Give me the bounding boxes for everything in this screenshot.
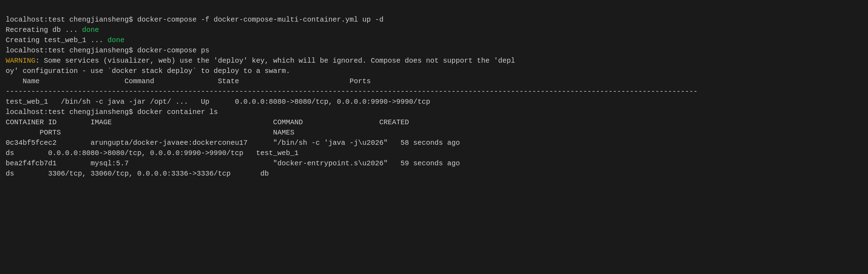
terminal-text: localhost:test chengjiansheng$ docker-co… [6,46,209,55]
terminal-text: ds 3306/tcp, 33060/tcp, 0.0.0.0:3336->33… [6,170,269,178]
terminal-text: done [108,36,125,44]
terminal-line: CONTAINER ID IMAGE COMMAND CREATED [6,117,862,127]
terminal-text: PORTS NAMES [6,129,294,137]
terminal-line: Name Command State Ports [6,76,862,86]
terminal-text: WARNING [6,57,35,65]
terminal-line: 0c34bf5fcec2 arungupta/docker-javaee:doc… [6,138,862,148]
terminal-line: localhost:test chengjiansheng$ docker-co… [6,45,862,56]
terminal-line: ds 0.0.0.0:8080->8080/tcp, 0.0.0.0:9990-… [6,148,862,158]
terminal-line: oy' configuration - use `docker stack de… [6,66,862,76]
terminal-line: Recreating db ... done [6,25,862,35]
terminal-line: ----------------------------------------… [6,86,862,97]
terminal-text: 0c34bf5fcec2 arungupta/docker-javaee:doc… [6,139,460,147]
terminal-text: test_web_1 /bin/sh -c java -jar /opt/ ..… [6,98,430,106]
terminal-text: Name Command State Ports [6,77,371,85]
terminal-text: Recreating db ... [6,26,82,34]
terminal-text: ----------------------------------------… [6,87,698,96]
terminal-line: test_web_1 /bin/sh -c java -jar /opt/ ..… [6,97,862,107]
terminal-line: localhost:test chengjiansheng$ docker-co… [6,15,862,25]
terminal-line: Creating test_web_1 ... done [6,35,862,45]
terminal-line: localhost:test chengjiansheng$ docker co… [6,107,862,117]
terminal-text: localhost:test chengjiansheng$ docker co… [6,108,218,116]
terminal-line: PORTS NAMES [6,127,862,138]
terminal-text: ds 0.0.0.0:8080->8080/tcp, 0.0.0.0:9990-… [6,149,299,157]
terminal-window: localhost:test chengjiansheng$ docker-co… [6,4,862,179]
terminal-text: CONTAINER ID IMAGE COMMAND CREATED [6,118,409,126]
terminal-text: Creating test_web_1 ... [6,36,108,44]
terminal-line: WARNING: Some services (visualizer, web)… [6,56,862,66]
terminal-line: bea2f4fcb7d1 mysql:5.7 "docker-entrypoin… [6,158,862,169]
terminal-text: : Some services (visualizer, web) use th… [35,57,515,65]
terminal-text: bea2f4fcb7d1 mysql:5.7 "docker-entrypoin… [6,159,460,167]
terminal-line: ds 3306/tcp, 33060/tcp, 0.0.0.0:3336->33… [6,169,862,179]
terminal-text: done [82,26,99,34]
terminal-text: localhost:test chengjiansheng$ docker-co… [6,16,383,24]
terminal-text: oy' configuration - use `docker stack de… [6,67,290,75]
